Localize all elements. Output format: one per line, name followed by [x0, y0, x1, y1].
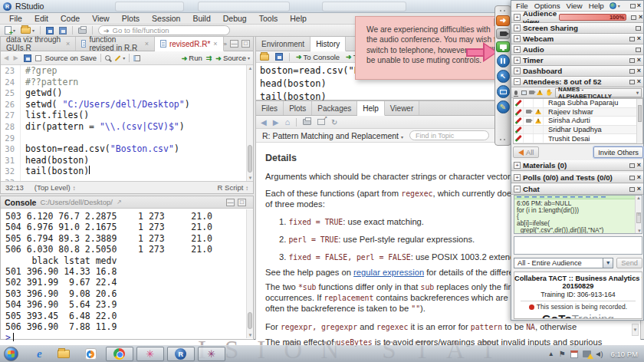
- tab-packages[interactable]: Packages: [312, 101, 357, 115]
- attendee-row[interactable]: Trushit Desai: [514, 134, 642, 143]
- print-button[interactable]: [78, 28, 87, 34]
- close-icon[interactable]: ×: [637, 78, 641, 85]
- internet-explorer-button[interactable]: e: [37, 347, 42, 360]
- nav-back-forward-icons[interactable]: ◀ ▶: [4, 54, 20, 61]
- more-tabs-chevron[interactable]: »: [224, 41, 227, 48]
- save-history-icon[interactable]: [275, 53, 283, 61]
- refresh-icon[interactable]: ↻: [331, 118, 337, 127]
- panel-audio[interactable]: + Audio: [511, 44, 643, 55]
- undock-icon[interactable]: [630, 4, 636, 8]
- editor-scrollbar[interactable]: ▲ ▼: [246, 65, 253, 181]
- panel-audience-view[interactable]: + Audience view 100% ×: [511, 12, 643, 23]
- close-icon[interactable]: ×: [637, 2, 641, 9]
- collapse-icon[interactable]: −: [514, 186, 521, 193]
- grab-handle[interactable]: [499, 9, 507, 13]
- menu-help[interactable]: Help: [284, 13, 313, 24]
- undock-icon[interactable]: [636, 48, 641, 52]
- app-taskbar-button[interactable]: ✳: [198, 347, 225, 361]
- doc-type-selector[interactable]: R Script ↕: [218, 183, 248, 192]
- chat-scrollbar[interactable]: ▲≡▼: [635, 196, 642, 233]
- g2t-menu-help[interactable]: Help: [586, 2, 606, 10]
- chrome-taskbar-button[interactable]: [106, 347, 133, 361]
- gotomeeting-taskbar-button[interactable]: ✳: [136, 347, 164, 361]
- menu-code[interactable]: Code: [54, 13, 86, 24]
- attendee-sort-dropdown[interactable]: NAMES - ALPHABETICALLY▾: [555, 88, 642, 97]
- tab-viewer[interactable]: Viewer: [385, 101, 419, 115]
- code-editor[interactable]: 23#?grep 24#??pattern 25getwd() 26setwd(…: [1, 65, 253, 181]
- minimize-pane-button[interactable]: —: [230, 40, 238, 48]
- menu-debug[interactable]: Debug: [217, 13, 253, 24]
- menu-view[interactable]: View: [86, 13, 116, 24]
- calendar-icon[interactable]: [570, 350, 578, 358]
- print-icon[interactable]: [303, 119, 311, 125]
- source-on-save-checkbox[interactable]: [35, 55, 41, 61]
- open-file-button[interactable]: ▾: [21, 27, 34, 34]
- expand-icon[interactable]: +: [514, 67, 521, 74]
- open-in-new-window-icon[interactable]: [317, 119, 325, 125]
- panel-materials[interactable]: + Materials (0) ×: [511, 160, 643, 171]
- rerun-icon[interactable]: ⇉: [206, 54, 212, 62]
- close-icon[interactable]: ×: [145, 40, 149, 48]
- close-icon[interactable]: ×: [637, 186, 641, 193]
- tab-history[interactable]: History: [310, 37, 346, 51]
- search-icon[interactable]: [105, 55, 110, 61]
- scrollbar-thumb[interactable]: [248, 312, 252, 329]
- code-tools-button[interactable]: ▾: [114, 55, 125, 61]
- panel-webcam[interactable]: + Webcam ×: [511, 34, 643, 44]
- expand-icon[interactable]: +: [514, 46, 521, 53]
- tab-files[interactable]: Files: [256, 101, 284, 115]
- file-explorer-button[interactable]: [58, 350, 70, 358]
- panel-screen-sharing[interactable]: + Screen Sharing: [511, 23, 643, 34]
- menu-tools[interactable]: Tools: [253, 13, 284, 24]
- menu-edit[interactable]: Edit: [28, 13, 54, 24]
- close-icon[interactable]: ×: [637, 35, 641, 42]
- send-button[interactable]: Send: [616, 258, 642, 268]
- run-button[interactable]: ➜Run: [182, 54, 202, 62]
- undock-icon[interactable]: [629, 187, 635, 192]
- tab-data-viz[interactable]: data viz through GUIs.R×: [1, 37, 76, 51]
- undock-icon[interactable]: [629, 80, 635, 84]
- alert-icon[interactable]: [537, 90, 543, 95]
- save-button[interactable]: [46, 27, 54, 35]
- maximize-pane-button[interactable]: □: [242, 40, 250, 48]
- attendee-list[interactable]: Raga Subha Paparaju Rajeev Ishwar Sirish…: [513, 98, 643, 144]
- tab-help[interactable]: Help: [357, 101, 385, 116]
- expand-icon[interactable]: +: [514, 25, 521, 31]
- menu-build[interactable]: Build: [186, 13, 216, 24]
- to-console-button[interactable]: ➜To Console: [296, 53, 340, 61]
- goto-file-input[interactable]: [113, 26, 212, 35]
- change-screen-button[interactable]: [497, 85, 510, 98]
- attendee-row[interactable]: Rajeev Ishwar: [514, 108, 642, 117]
- network-warning-icon[interactable]: [583, 350, 591, 357]
- attendee-scrollbar[interactable]: [636, 99, 642, 143]
- tab-function-revised[interactable]: function revised in R.R×: [76, 37, 155, 51]
- start-button[interactable]: [4, 347, 18, 361]
- tab-environment[interactable]: Environment: [256, 37, 310, 51]
- expand-icon[interactable]: +: [514, 57, 521, 64]
- close-icon[interactable]: ×: [66, 40, 70, 48]
- back-icon[interactable]: ◀: [261, 118, 267, 127]
- undock-icon[interactable]: [636, 26, 641, 31]
- panel-dashboard[interactable]: + Dashboard ×: [511, 66, 643, 77]
- scroll-down-icon[interactable]: ▼: [247, 176, 253, 180]
- undock-icon[interactable]: [631, 15, 636, 20]
- drawing-tools-button[interactable]: ✎: [497, 100, 510, 114]
- expand-icon[interactable]: +: [514, 35, 521, 42]
- scroll-up-icon[interactable]: ▲: [247, 66, 253, 71]
- console-output[interactable]: 503 6.120 76.7 2.2875 1 273 21.0 504 6.9…: [1, 209, 253, 343]
- compile-notebook-icon[interactable]: [133, 55, 140, 61]
- undock-icon[interactable]: [629, 176, 635, 180]
- close-icon[interactable]: ×: [637, 67, 641, 74]
- grab-handle[interactable]: [499, 138, 507, 142]
- collapse-panel-button[interactable]: ➜: [496, 15, 510, 26]
- console-scrollbar[interactable]: ▼: [246, 209, 253, 338]
- attendee-row[interactable]: Sridhar Upadhya: [514, 126, 642, 135]
- goto-directory-icon[interactable]: ↗: [117, 199, 122, 206]
- save-all-button[interactable]: [59, 27, 67, 35]
- scrollbar-thumb[interactable]: [248, 145, 252, 173]
- close-icon[interactable]: ×: [637, 174, 641, 181]
- pause-button[interactable]: [497, 54, 510, 67]
- expand-icon[interactable]: +: [514, 162, 521, 169]
- screen-share-button[interactable]: [496, 41, 510, 52]
- help-topic-selector[interactable]: R: Pattern Matching and Replacement ▾: [262, 131, 403, 140]
